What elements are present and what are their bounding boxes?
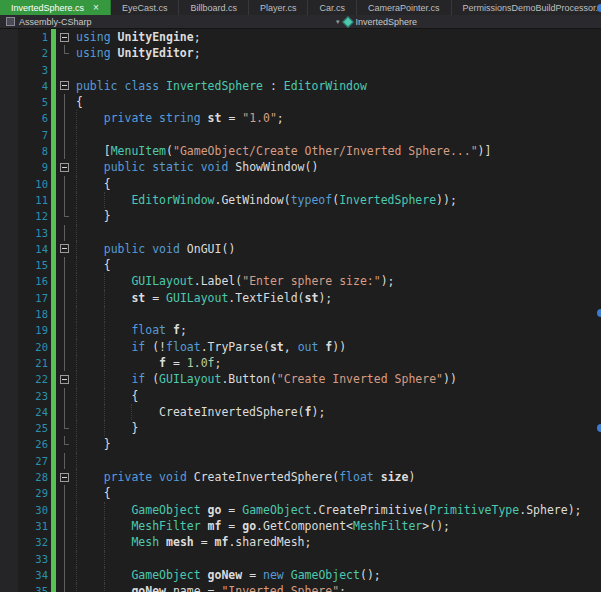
fold-minus-box[interactable] xyxy=(60,244,69,253)
breadcrumb-project-dropdown[interactable]: Assembly-CSharp xyxy=(0,15,98,28)
line-number[interactable]: 2 xyxy=(0,45,48,61)
fold-collapse-icon[interactable] xyxy=(58,241,72,257)
line-number[interactable]: 31 xyxy=(0,518,48,534)
fold-minus-box[interactable] xyxy=(60,473,69,482)
code-line[interactable]: 29 { xyxy=(0,485,601,501)
fold-minus-box[interactable] xyxy=(60,375,69,384)
code-line[interactable]: 9 public static void ShowWindow() xyxy=(0,159,601,175)
line-number[interactable]: 25 xyxy=(0,420,48,436)
line-number[interactable]: 11 xyxy=(0,192,48,208)
fold-collapse-icon[interactable] xyxy=(58,78,72,94)
code-line[interactable]: 26 } xyxy=(0,436,601,452)
line-number[interactable]: 15 xyxy=(0,257,48,273)
line-number[interactable]: 29 xyxy=(0,485,48,501)
line-number[interactable]: 28 xyxy=(0,469,48,485)
code-line[interactable]: 10 { xyxy=(0,176,601,192)
fold-collapse-icon[interactable] xyxy=(58,159,72,175)
close-icon[interactable]: × xyxy=(93,3,99,13)
line-number[interactable]: 34 xyxy=(0,567,48,583)
change-indicator xyxy=(51,355,56,371)
line-number[interactable]: 6 xyxy=(0,110,48,126)
tab-invertedsphere-cs[interactable]: InvertedSphere.cs× xyxy=(0,0,111,15)
line-number[interactable]: 4 xyxy=(0,78,48,94)
fold-minus-box[interactable] xyxy=(60,81,69,90)
code-line[interactable]: 19 float f; xyxy=(0,322,601,338)
line-number[interactable]: 18 xyxy=(0,306,48,322)
code-line[interactable]: 35 goNew.name = "Inverted Sphere"; xyxy=(0,583,601,592)
indent-guide xyxy=(76,339,77,355)
line-number[interactable]: 33 xyxy=(0,551,48,567)
fold-minus-box[interactable] xyxy=(60,163,69,172)
line-number[interactable]: 13 xyxy=(0,225,48,241)
code-line[interactable]: 5{ xyxy=(0,94,601,110)
fold-margin xyxy=(58,518,72,534)
line-number[interactable]: 12 xyxy=(0,208,48,224)
line-number[interactable]: 10 xyxy=(0,176,48,192)
tab-car-cs[interactable]: Car.cs xyxy=(308,0,357,15)
code-line[interactable]: 31 MeshFilter mf = go.GetComponent<MeshF… xyxy=(0,518,601,534)
line-number[interactable]: 8 xyxy=(0,143,48,159)
code-line[interactable]: 6 private string st = "1.0"; xyxy=(0,110,601,126)
tab-player-cs[interactable]: Player.cs xyxy=(249,0,309,15)
code-line[interactable]: 33 xyxy=(0,551,601,567)
code-text: public class InvertedSphere : EditorWind… xyxy=(72,78,601,94)
line-number[interactable]: 17 xyxy=(0,290,48,306)
code-line[interactable]: 17 st = GUILayout.TextField(st); xyxy=(0,290,601,306)
code-line[interactable]: 1using UnityEngine; xyxy=(0,29,601,45)
line-number[interactable]: 32 xyxy=(0,534,48,550)
line-number[interactable]: 22 xyxy=(0,371,48,387)
fold-collapse-icon[interactable] xyxy=(58,29,72,45)
line-number[interactable]: 21 xyxy=(0,355,48,371)
line-number[interactable]: 3 xyxy=(0,62,48,78)
code-line[interactable]: 25 } xyxy=(0,420,601,436)
line-number[interactable]: 24 xyxy=(0,404,48,420)
line-number[interactable]: 9 xyxy=(0,159,48,175)
code-line[interactable]: 2using UnityEditor; xyxy=(0,45,601,61)
code-line[interactable]: 11 EditorWindow.GetWindow(typeof(Inverte… xyxy=(0,192,601,208)
code-line[interactable]: 13 xyxy=(0,225,601,241)
code-line[interactable]: 20 if (!float.TryParse(st, out f)) xyxy=(0,339,601,355)
line-number[interactable]: 23 xyxy=(0,388,48,404)
code-line[interactable]: 16 GUILayout.Label("Enter sphere size:")… xyxy=(0,273,601,289)
change-indicator xyxy=(51,127,56,143)
line-number[interactable]: 1 xyxy=(0,29,48,45)
line-number[interactable]: 27 xyxy=(0,453,48,469)
code-line[interactable]: 27 xyxy=(0,453,601,469)
code-line[interactable]: 8 [MenuItem("GameObject/Create Other/Inv… xyxy=(0,143,601,159)
code-line[interactable]: 4public class InvertedSphere : EditorWin… xyxy=(0,78,601,94)
code-line[interactable]: 15 { xyxy=(0,257,601,273)
fold-margin xyxy=(58,453,72,469)
code-line[interactable]: 24 CreateInvertedSphere(f); xyxy=(0,404,601,420)
code-line[interactable]: 14 public void OnGUI() xyxy=(0,241,601,257)
tab-eyecast-cs[interactable]: EyeCast.cs xyxy=(111,0,180,15)
code-line[interactable]: 7 xyxy=(0,127,601,143)
code-line[interactable]: 18 xyxy=(0,306,601,322)
change-indicator xyxy=(51,208,56,224)
tab-camerapointer-cs[interactable]: CameraPointer.cs xyxy=(357,0,452,15)
fold-collapse-icon[interactable] xyxy=(58,469,72,485)
line-number[interactable]: 14 xyxy=(0,241,48,257)
breadcrumb-type-dropdown[interactable]: ▾ InvertedSphere xyxy=(330,15,423,28)
line-number[interactable]: 7 xyxy=(0,127,48,143)
line-number[interactable]: 5 xyxy=(0,94,48,110)
line-number[interactable]: 35 xyxy=(0,583,48,592)
code-editor[interactable]: 1using UnityEngine;2using UnityEditor;34… xyxy=(0,29,601,592)
code-line[interactable]: 34 GameObject goNew = new GameObject(); xyxy=(0,567,601,583)
fold-collapse-icon[interactable] xyxy=(58,371,72,387)
line-number[interactable]: 19 xyxy=(0,322,48,338)
code-line[interactable]: 23 { xyxy=(0,388,601,404)
fold-minus-box[interactable] xyxy=(60,33,69,42)
tab-billboard-cs[interactable]: Billboard.cs xyxy=(179,0,249,15)
code-line[interactable]: 22 if (GUILayout.Button("Create Inverted… xyxy=(0,371,601,387)
line-number[interactable]: 20 xyxy=(0,339,48,355)
code-line[interactable]: 21 f = 1.0f; xyxy=(0,355,601,371)
code-line[interactable]: 28 private void CreateInvertedSphere(flo… xyxy=(0,469,601,485)
line-number[interactable]: 30 xyxy=(0,502,48,518)
code-line[interactable]: 12 } xyxy=(0,208,601,224)
code-line[interactable]: 30 GameObject go = GameObject.CreatePrim… xyxy=(0,502,601,518)
code-line[interactable]: 3 xyxy=(0,62,601,78)
line-number[interactable]: 26 xyxy=(0,436,48,452)
line-number[interactable]: 16 xyxy=(0,273,48,289)
tab-permissionsdemobuildprocessor-cs[interactable]: PermissionsDemoBuildProcessor.cs xyxy=(452,0,601,15)
code-line[interactable]: 32 Mesh mesh = mf.sharedMesh; xyxy=(0,534,601,550)
